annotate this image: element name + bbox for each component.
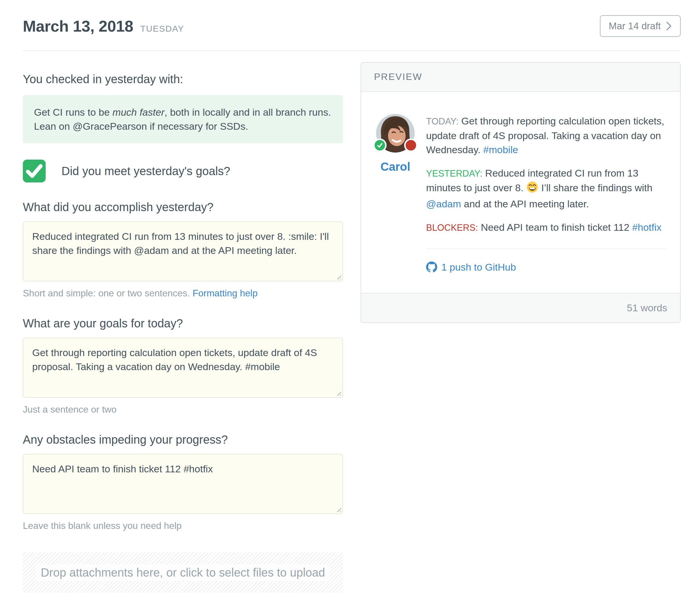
blocker-dot-badge-icon <box>404 139 418 152</box>
accomplish-label: What did you accomplish yesterday? <box>23 200 343 214</box>
accomplish-helper-text: Short and simple: one or two sentences. <box>23 288 190 298</box>
obstacles-label: Any obstacles impeding your progress? <box>23 433 343 446</box>
obstacles-field-wrap: Need API team to finish ticket 112 #hotf… <box>23 454 343 514</box>
met-goals-question: Did you meet yesterday's goals? <box>61 165 230 178</box>
obstacles-helper: Leave this blank unless you need help <box>23 521 343 531</box>
page-header: March 13, 2018 TUESDAY Mar 14 draft <box>23 9 681 51</box>
formatting-help-link[interactable]: Formatting help <box>193 288 257 298</box>
quote-text: Get CI runs to be <box>34 106 110 118</box>
obstacles-textarea[interactable]: Need API team to finish ticket 112 #hotf… <box>23 454 343 514</box>
today-text: Get through reporting calculation open t… <box>426 115 664 155</box>
github-activity[interactable]: 1 push to GitHub <box>426 260 666 274</box>
goals-textarea[interactable]: Get through reporting calculation open t… <box>23 338 343 398</box>
adam-mention-link[interactable]: @adam <box>426 198 461 209</box>
preview-panel-title: PREVIEW <box>361 63 680 92</box>
blockers-label: BLOCKERS: <box>426 222 478 233</box>
blockers-text: Need API team to finish ticket 112 <box>481 222 629 233</box>
yesterday-checkin-heading: You checked in yesterday with: <box>23 73 343 86</box>
accomplish-textarea[interactable]: Reduced integrated CI run from 13 minute… <box>23 221 343 282</box>
met-goals-checkbox[interactable] <box>23 160 46 183</box>
goals-field-wrap: Get through reporting calculation open t… <box>23 338 343 398</box>
accomplish-field-wrap: Reduced integrated CI run from 13 minute… <box>23 221 343 282</box>
attachment-dropzone[interactable]: Drop attachments here, or click to selec… <box>23 552 343 593</box>
preview-column: PREVIEW <box>360 62 681 323</box>
yesterday-checkin-quote: Get CI runs to be much faster, both in l… <box>23 95 343 143</box>
preview-user: Carol <box>375 114 416 274</box>
preview-panel: PREVIEW <box>360 62 681 323</box>
smile-emoji-icon <box>526 181 539 197</box>
goals-helper: Just a sentence or two <box>23 404 343 415</box>
dropzone-label: Drop attachments here, or click to selec… <box>36 564 330 581</box>
yesterday-label: YESTERDAY: <box>426 168 482 179</box>
preview-today-line: TODAY: Get through reporting calculation… <box>426 114 666 157</box>
page-title: March 13, 2018 <box>23 17 133 35</box>
main-content: You checked in yesterday with: Get CI ru… <box>23 51 681 593</box>
yesterday-text-3: and at the API meeting later. <box>464 198 589 209</box>
checkmark-icon <box>23 160 46 183</box>
avatar <box>376 114 415 152</box>
today-label: TODAY: <box>426 116 458 126</box>
next-draft-label: Mar 14 draft <box>609 21 661 32</box>
preview-user-name[interactable]: Carol <box>380 160 410 173</box>
checked-in-badge-icon <box>373 139 386 152</box>
checkin-form: You checked in yesterday with: Get CI ru… <box>23 62 343 593</box>
preview-divider <box>426 248 666 249</box>
word-count: 51 words <box>361 293 680 322</box>
quote-italic-text: much faster <box>112 106 165 118</box>
github-icon <box>426 262 437 273</box>
mobile-hashtag-link[interactable]: #mobile <box>483 144 518 155</box>
preview-yesterday-line: YESTERDAY: Reduced integrated CI run fro… <box>426 166 666 211</box>
checkin-page: March 13, 2018 TUESDAY Mar 14 draft You … <box>0 0 700 605</box>
accomplish-helper: Short and simple: one or two sentences. … <box>23 288 343 299</box>
hotfix-hashtag-link[interactable]: #hotfix <box>632 222 661 233</box>
preview-body: Carol TODAY: Get through reporting calcu… <box>361 92 680 293</box>
yesterday-text-2: I’ll share the findings with <box>542 182 653 193</box>
github-activity-link[interactable]: 1 push to GitHub <box>441 260 516 274</box>
chevron-right-icon <box>666 21 672 31</box>
preview-text: TODAY: Get through reporting calculation… <box>426 114 666 274</box>
next-draft-button[interactable]: Mar 14 draft <box>600 15 681 37</box>
preview-blockers-line: BLOCKERS: Need API team to finish ticket… <box>426 220 666 235</box>
weekday-label: TUESDAY <box>140 24 184 34</box>
date-title-group: March 13, 2018 TUESDAY <box>23 17 184 35</box>
met-goals-row: Did you meet yesterday's goals? <box>23 160 343 183</box>
goals-label: What are your goals for today? <box>23 317 343 330</box>
